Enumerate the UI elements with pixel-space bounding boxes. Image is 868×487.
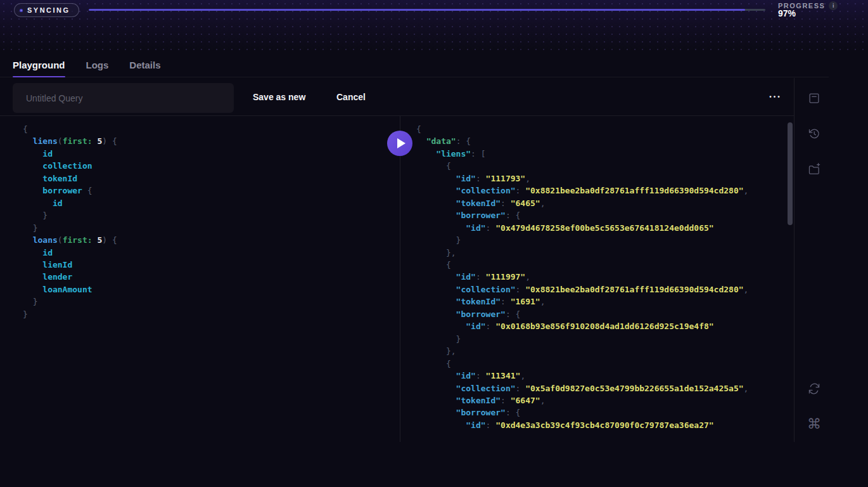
code-line: } <box>23 209 400 221</box>
tabs: PlaygroundLogsDetails <box>13 60 161 77</box>
header-background <box>0 0 868 51</box>
code-line: collection <box>23 160 400 172</box>
query-toolbar: Save as new Cancel ••• <box>0 78 794 116</box>
code-line: "id": "0x0168b93e856f910208d4ad1dd6126d9… <box>416 320 794 332</box>
code-line: "id": "111997", <box>416 271 794 283</box>
code-line: "liens": [ <box>416 148 794 160</box>
code-line: "tokenId": "6465", <box>416 197 794 209</box>
sync-status-badge: SYNCING <box>14 3 79 17</box>
code-line: { <box>416 123 794 135</box>
run-query-button[interactable] <box>387 131 412 156</box>
tab-logs[interactable]: Logs <box>86 60 109 77</box>
tab-playground[interactable]: Playground <box>13 60 65 77</box>
code-line: "borrower": { <box>416 308 794 320</box>
code-line: loans(first: 5) { <box>23 234 400 246</box>
command-icon[interactable]: ⌘ <box>806 416 822 432</box>
tab-details[interactable]: Details <box>129 60 160 77</box>
sync-status-dot-icon <box>20 9 23 12</box>
code-line: } <box>416 333 794 345</box>
code-line: { <box>416 160 794 172</box>
sync-progress-bar <box>89 9 765 11</box>
refresh-icon[interactable] <box>806 380 822 397</box>
code-line: "tokenId": "1691", <box>416 295 794 308</box>
code-line: "borrower": { <box>416 209 794 221</box>
code-line: }, <box>416 345 794 357</box>
code-line: "id": "0x479d4678258ef00be5c5653e6764181… <box>416 222 794 234</box>
code-line: { <box>416 259 794 271</box>
query-name-input[interactable] <box>13 83 234 113</box>
history-icon[interactable] <box>806 126 822 142</box>
code-line: "borrower": { <box>416 406 794 419</box>
sync-status-label: SYNCING <box>27 6 70 14</box>
code-line: "id": "11341", <box>416 370 794 382</box>
play-icon <box>397 138 405 148</box>
code-line: } <box>416 234 794 246</box>
more-options-button[interactable]: ••• <box>763 78 788 115</box>
code-line: }, <box>416 247 794 259</box>
code-line: lender <box>23 271 400 283</box>
response-code: { "data": { "liens": [ { "id": "111793",… <box>400 116 794 442</box>
code-line: { <box>416 358 794 370</box>
right-sidebar: ⌘ <box>794 78 868 442</box>
code-line: liens(first: 5) { <box>23 135 400 147</box>
tabs-row: PlaygroundLogsDetails <box>0 60 829 77</box>
save-query-icon[interactable] <box>806 90 822 107</box>
code-line: "collection": "0x5af0d9827e0c53e4799bb22… <box>416 382 794 394</box>
code-line: id <box>23 197 400 209</box>
cancel-button[interactable]: Cancel <box>336 78 366 115</box>
code-line: id <box>23 247 400 259</box>
info-icon[interactable]: i <box>829 1 838 10</box>
code-line: } <box>23 222 400 234</box>
code-line: "tokenId": "6647", <box>416 394 794 406</box>
progress-percentage: 97% <box>778 8 796 18</box>
save-as-new-button[interactable]: Save as new <box>253 78 305 115</box>
response-scrollbar[interactable] <box>788 122 793 225</box>
code-line: "data": { <box>416 135 794 147</box>
code-line: "id": "111793", <box>416 172 794 185</box>
code-line: "collection": "0x8821bee2ba0df28761afff1… <box>416 185 794 197</box>
code-line: } <box>23 295 400 308</box>
progress-bar-fill <box>89 9 745 11</box>
code-line: "id": "0xd4e3a3cb39c4f93cb4c87090f0c7978… <box>416 419 794 431</box>
code-line: lienId <box>23 259 400 271</box>
code-line: } <box>23 308 400 320</box>
code-line: { <box>23 123 400 135</box>
query-editor-code[interactable]: { liens(first: 5) { id collection tokenI… <box>0 116 400 442</box>
code-line: borrower { <box>23 185 400 197</box>
code-line: id <box>23 148 400 160</box>
code-line: loanAmount <box>23 283 400 295</box>
code-line: tokenId <box>23 172 400 185</box>
code-line: "collection": "0x8821bee2ba0df28761afff1… <box>416 283 794 295</box>
playground-main: { liens(first: 5) { id collection tokenI… <box>0 116 794 442</box>
new-folder-icon[interactable] <box>806 161 822 178</box>
